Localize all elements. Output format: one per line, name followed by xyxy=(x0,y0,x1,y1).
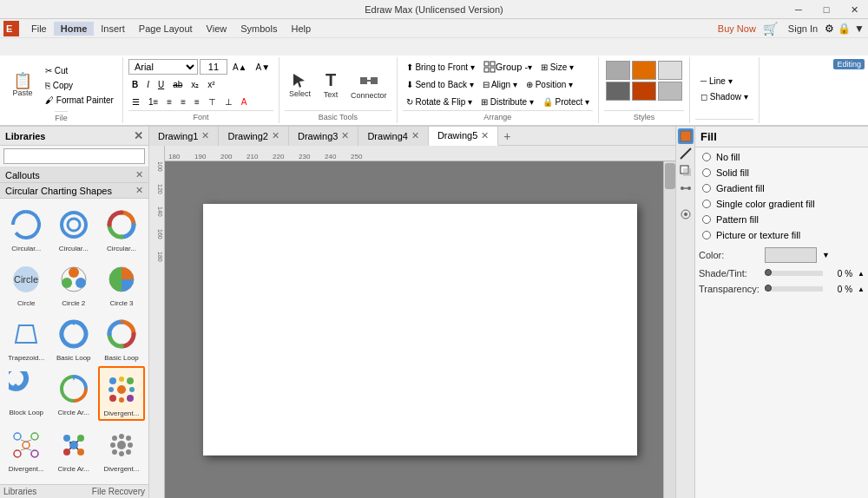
scrollbar-thumb[interactable] xyxy=(665,163,675,189)
shape-divergent-selected[interactable]: Divergent... xyxy=(98,366,145,421)
fill-option-gradient[interactable]: Gradient fill xyxy=(699,180,865,196)
list-button[interactable]: ☰ xyxy=(128,95,143,108)
shape-circles[interactable]: Circles xyxy=(51,477,97,484)
close-button[interactable]: ✕ xyxy=(840,0,868,19)
font-family-select[interactable]: Arial xyxy=(128,59,198,75)
fill-shade-spin-up[interactable]: ▲ xyxy=(858,270,865,278)
menu-help[interactable]: Help xyxy=(284,22,318,36)
style-swatch-5[interactable] xyxy=(632,82,656,101)
font-color-button[interactable]: A xyxy=(238,95,251,108)
shape-basic-loop-2[interactable]: Basic Loop xyxy=(98,311,145,364)
drawing-tab-4-close[interactable]: ✕ xyxy=(411,130,419,141)
shape-trapezoid[interactable]: Trapezoid... xyxy=(3,311,49,364)
shadow-button[interactable]: ◻ Shadow ▾ xyxy=(697,90,752,103)
callouts-close-icon[interactable]: ✕ xyxy=(135,169,143,180)
shape-circular-1[interactable]: Circular... xyxy=(3,202,49,255)
align-left-button[interactable]: ≡ xyxy=(163,95,175,108)
shape-circle[interactable]: Circle Circle xyxy=(3,257,49,310)
menu-view[interactable]: View xyxy=(200,22,234,36)
shape-circle-arrow[interactable]: Circle Ar... xyxy=(51,366,97,421)
vertical-scrollbar[interactable] xyxy=(663,161,675,498)
menu-page-layout[interactable]: Page Layout xyxy=(132,22,200,36)
buy-now-link[interactable]: Buy Now xyxy=(718,23,756,34)
fill-option-texture[interactable]: Picture or texture fill xyxy=(699,227,865,243)
line-button[interactable]: ─ Line ▾ xyxy=(697,75,752,88)
decrease-font-button[interactable]: A▼ xyxy=(253,61,274,74)
fill-transparency-slider[interactable] xyxy=(765,286,823,292)
fill-color-swatch[interactable] xyxy=(765,247,817,263)
canvas-area[interactable]: 180 190 200 210 220 230 240 250 100 120 … xyxy=(149,146,675,498)
shadow-style-icon[interactable] xyxy=(678,163,694,179)
style-swatch-6[interactable] xyxy=(658,82,682,101)
drawing-tab-1[interactable]: Drawing1 ✕ xyxy=(149,127,219,146)
fill-style-icon[interactable] xyxy=(678,128,694,144)
align-top-button[interactable]: ⊤ xyxy=(205,95,220,108)
fill-color-expand-button[interactable]: ▼ xyxy=(822,251,830,259)
circular-charting-header[interactable]: Circular Charting Shapes ✕ xyxy=(0,183,148,199)
style-swatch-3[interactable] xyxy=(658,61,682,80)
increase-font-button[interactable]: A▲ xyxy=(229,61,251,74)
shape-circle-2[interactable]: Circle 2 xyxy=(51,257,97,310)
shape-circular-3[interactable]: Circular... xyxy=(98,202,145,255)
shape-block-loop[interactable]: Block Loop xyxy=(3,366,49,421)
font-size-input[interactable] xyxy=(200,59,227,75)
circular-close-icon[interactable]: ✕ xyxy=(135,185,143,196)
shape-basic-loop[interactable]: Basic Loop xyxy=(51,311,97,364)
drawing-tab-2-close[interactable]: ✕ xyxy=(272,130,279,141)
connector-style-icon[interactable] xyxy=(678,180,694,196)
menu-insert[interactable]: Insert xyxy=(94,22,132,36)
shape-divergent-outline[interactable]: Divergent... xyxy=(3,423,49,475)
style-swatch-4[interactable] xyxy=(606,82,630,101)
fill-option-single-gradient[interactable]: Single color gradient fill xyxy=(699,196,865,212)
numbering-button[interactable]: 1≡ xyxy=(145,95,161,108)
shape-stack-circles[interactable]: Stack Circ... xyxy=(98,477,145,484)
libraries-close-button[interactable]: ✕ xyxy=(134,129,143,142)
minimize-button[interactable]: ─ xyxy=(785,0,812,19)
drawing-tab-5-close[interactable]: ✕ xyxy=(481,130,489,141)
menu-home[interactable]: Home xyxy=(54,22,95,36)
fill-shade-slider[interactable] xyxy=(765,271,823,276)
align-center-button[interactable]: ≡ xyxy=(177,95,189,108)
fill-option-none[interactable]: No fill xyxy=(699,149,865,165)
cut-button[interactable]: ✂ Cut xyxy=(42,64,117,77)
fill-shade-thumb[interactable] xyxy=(765,269,772,276)
send-to-back-button[interactable]: ⬇ Send to Back ▾ xyxy=(403,78,477,91)
position-button[interactable]: ⊕ Position ▾ xyxy=(523,78,576,91)
menu-file[interactable]: File xyxy=(24,22,54,36)
shape-circle-arrow-2[interactable]: Circle Ar... xyxy=(51,423,97,475)
shape-divergent-dots[interactable]: Divergent... xyxy=(98,423,145,475)
protect-button[interactable]: 🔒 Protect ▾ xyxy=(539,95,593,108)
drawing-tab-1-close[interactable]: ✕ xyxy=(201,130,209,141)
drawing-tab-3-close[interactable]: ✕ xyxy=(341,130,349,141)
align-middle-button[interactable]: ⊥ xyxy=(221,95,236,108)
style-swatch-2[interactable] xyxy=(632,61,656,80)
italic-button[interactable]: I xyxy=(143,78,153,91)
align-button[interactable]: ⊟ Align ▾ xyxy=(479,78,521,91)
shape-divergent-pie[interactable]: Divergent... xyxy=(3,477,49,484)
line-style-icon[interactable] xyxy=(678,146,694,161)
sign-in-link[interactable]: Sign In xyxy=(788,23,818,34)
canvas-content[interactable] xyxy=(165,161,675,498)
fill-transparency-spin-up[interactable]: ▲ xyxy=(858,285,865,293)
theme-style-icon[interactable] xyxy=(678,206,694,222)
underline-button[interactable]: U xyxy=(155,78,168,91)
add-drawing-tab-button[interactable]: + xyxy=(498,128,516,145)
callouts-category-header[interactable]: Callouts ✕ xyxy=(0,167,148,183)
connector-button[interactable]: Connector xyxy=(346,61,391,108)
drawing-tab-4[interactable]: Drawing4 ✕ xyxy=(358,127,428,146)
bold-button[interactable]: B xyxy=(128,78,141,91)
strikethrough-button[interactable]: ab xyxy=(169,78,186,91)
fill-transparency-thumb[interactable] xyxy=(765,285,772,292)
drawing-tab-3[interactable]: Drawing3 ✕ xyxy=(289,127,358,146)
distribute-button[interactable]: ⊞ Distribute ▾ xyxy=(477,95,537,108)
group-button[interactable]: Group -▾ xyxy=(480,59,536,75)
shape-circular-2[interactable]: Circular... xyxy=(51,202,97,255)
select-button[interactable]: Select xyxy=(285,61,315,108)
style-swatch-1[interactable] xyxy=(606,61,630,80)
subscript-button[interactable]: x₂ xyxy=(187,78,202,91)
menu-symbols[interactable]: Symbols xyxy=(233,22,284,36)
maximize-button[interactable]: □ xyxy=(812,0,840,19)
drawing-tab-5[interactable]: Drawing5 ✕ xyxy=(429,127,498,146)
align-right-button[interactable]: ≡ xyxy=(191,95,203,108)
fill-option-pattern[interactable]: Pattern fill xyxy=(699,212,865,227)
